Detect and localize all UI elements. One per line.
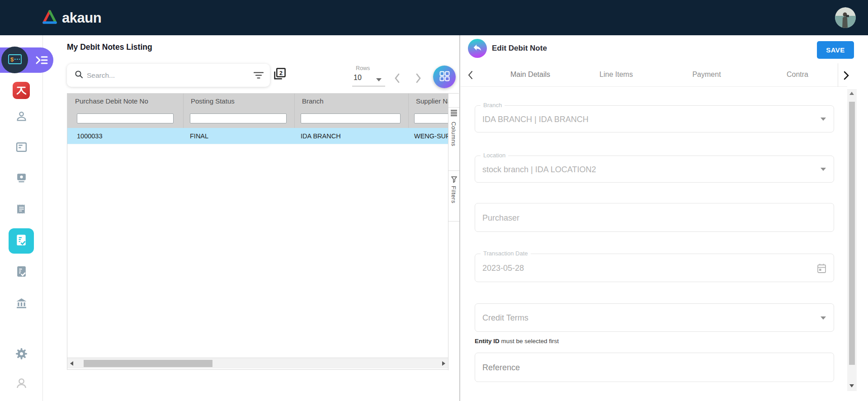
cell-posting-status: FINAL <box>190 128 296 144</box>
column-header[interactable]: Supplier Na <box>408 94 448 109</box>
rows-per-page-select[interactable]: 10 <box>354 74 362 82</box>
grid-view-button[interactable] <box>433 66 456 88</box>
purchaser-field[interactable]: Purchaser <box>475 203 834 232</box>
sidebar-item-notes[interactable] <box>15 265 28 278</box>
launcher-circle[interactable]: $ <box>1 47 28 73</box>
chevron-down-icon[interactable] <box>821 316 826 320</box>
scroll-down-arrow-icon[interactable] <box>849 384 854 387</box>
columns-panel-tab[interactable]: Columns <box>450 122 457 146</box>
helper-bold: Entity ID <box>475 338 500 344</box>
tab-payment[interactable]: Payment <box>692 71 721 79</box>
branch-value: IDA BRANCH | IDA BRANCH <box>482 106 816 133</box>
table-row[interactable]: 1000033 FINAL IDA BRANCH WENG-SUP <box>67 128 448 144</box>
sidebar-item-app[interactable] <box>13 82 30 99</box>
tab-main-details[interactable]: Main Details <box>510 71 550 79</box>
columns-icon[interactable] <box>451 110 457 116</box>
panel-tabs: Main Details Line Items Payment Contra <box>461 63 847 87</box>
chevron-down-icon[interactable] <box>821 118 826 121</box>
app-da-icon <box>15 84 27 97</box>
location-field[interactable]: Location stock branch | IDA LOCATION2 <box>475 156 834 183</box>
column-header[interactable]: Purchase Debit Note No <box>67 94 183 109</box>
sidebar-item-debit-notes-active[interactable] <box>9 228 34 254</box>
reference-placeholder: Reference <box>482 353 816 382</box>
cell-supplier-name: WENG-SUP <box>414 128 448 144</box>
sidebar-item-settings[interactable] <box>15 348 28 360</box>
branch-field[interactable]: Branch IDA BRANCH | IDA BRANCH <box>475 105 834 132</box>
user-icon <box>15 383 28 391</box>
debit-notes-table: Purchase Debit Note No Posting Status Br… <box>67 93 459 370</box>
sidebar-item-receipts[interactable] <box>15 203 28 215</box>
previous-page-button[interactable] <box>392 71 403 87</box>
filter-input-purchase-debit-note-no[interactable] <box>77 113 174 123</box>
column-separator <box>408 94 409 128</box>
transaction-date-field[interactable]: Transaction Date 2023-05-28 <box>475 254 834 282</box>
table-side-strip: Columns Filters <box>448 94 459 370</box>
filter-input-supplier[interactable] <box>414 113 448 123</box>
listing-section: My Debit Notes Listing 2 <box>43 35 459 401</box>
tab-line-items[interactable]: Line Items <box>599 71 633 79</box>
back-button[interactable] <box>468 39 487 58</box>
bank-icon <box>15 303 28 311</box>
user-avatar[interactable] <box>835 7 856 28</box>
search-icon <box>75 70 83 80</box>
akaun-triangle-icon <box>42 9 58 26</box>
transaction-date-value: 2023-05-28 <box>482 254 816 283</box>
filter-funnel-icon[interactable] <box>451 176 458 185</box>
sidebar-item-documents[interactable] <box>15 141 28 153</box>
credit-terms-helper-text: Entity ID must be selected first <box>475 338 559 344</box>
doc-check-icon <box>15 271 28 279</box>
filter-input-posting-status[interactable] <box>190 113 287 123</box>
vertical-scrollbar-thumb[interactable] <box>849 102 855 365</box>
tabs-scroll-left-icon[interactable] <box>466 70 475 82</box>
column-header[interactable]: Posting Status <box>183 94 294 109</box>
reference-field[interactable]: Reference <box>475 353 834 382</box>
topbar: akaun <box>0 0 868 35</box>
strip-divider <box>448 170 459 171</box>
chevron-down-icon[interactable] <box>821 168 826 171</box>
svg-text:$: $ <box>10 56 14 63</box>
receipt-icon <box>15 209 28 217</box>
search-bar <box>67 64 270 87</box>
tab-contra[interactable]: Contra <box>787 71 808 79</box>
filter-input-branch[interactable] <box>301 113 401 123</box>
app-screen: akaun <box>0 0 868 401</box>
horizontal-scrollbar[interactable] <box>67 358 448 368</box>
column-header[interactable]: Branch <box>294 94 408 109</box>
column-separator <box>294 94 295 128</box>
cell-purchase-debit-note-no: 1000033 <box>77 128 183 144</box>
rows-label: Rows <box>356 65 370 71</box>
sidebar-item-account[interactable] <box>15 377 28 389</box>
scroll-left-arrow-icon[interactable] <box>70 361 73 366</box>
horizontal-scrollbar-thumb[interactable] <box>84 360 212 367</box>
table-filter-row <box>67 109 448 128</box>
save-button[interactable]: SAVE <box>817 41 854 59</box>
tabs-scroll-right-icon[interactable] <box>841 70 851 83</box>
menu-expand-icon[interactable] <box>35 55 48 67</box>
brand-name: akaun <box>62 10 101 26</box>
panel-divider <box>459 35 460 401</box>
cheque-icon: $ <box>8 54 22 66</box>
strip-divider <box>448 107 459 108</box>
calendar-icon[interactable] <box>817 263 826 275</box>
next-page-button[interactable] <box>412 71 424 87</box>
sidebar-item-banking[interactable] <box>15 297 28 309</box>
sidebar-item-terminal[interactable] <box>15 172 28 184</box>
sidebar-item-contacts[interactable] <box>15 110 28 123</box>
filters-panel-tab[interactable]: Filters <box>450 186 457 203</box>
scroll-right-arrow-icon[interactable] <box>442 361 445 366</box>
helper-rest: must be selected first <box>500 338 559 344</box>
chevron-down-icon[interactable] <box>376 78 382 81</box>
credit-terms-field[interactable]: Credit Terms <box>475 303 834 332</box>
doc-check-icon <box>15 234 28 248</box>
search-input[interactable] <box>87 71 236 80</box>
pages-2-icon[interactable]: 2 <box>272 67 287 83</box>
svg-text:2: 2 <box>279 70 283 76</box>
scroll-up-arrow-icon[interactable] <box>849 92 854 95</box>
launcher-pill[interactable]: $ <box>0 47 53 73</box>
filter-list-icon[interactable] <box>254 71 264 81</box>
table-header: Purchase Debit Note No Posting Status Br… <box>67 94 448 109</box>
gear-icon <box>15 354 28 361</box>
edit-debit-note-panel: Edit Debit Note SAVE Main Details Line I… <box>461 35 868 401</box>
laptop-icon <box>15 178 28 185</box>
vertical-scrollbar[interactable] <box>847 89 857 391</box>
